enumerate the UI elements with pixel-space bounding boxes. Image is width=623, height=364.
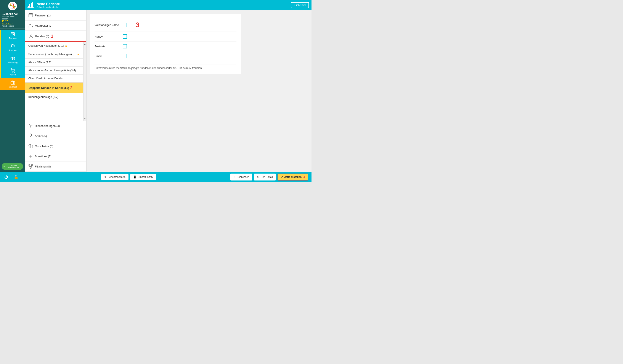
sidebar-item-marketing[interactable]: Marketing <box>0 54 25 66</box>
artikel-label: Artikel (5) <box>35 134 47 138</box>
per-email-label: Per E-Mail <box>261 176 273 179</box>
svg-point-24 <box>30 125 31 126</box>
menu-item-filialisten[interactable]: Filialisten (8) <box>25 162 86 172</box>
checkbox-festnetz[interactable] <box>123 44 127 48</box>
system-icons: ⏻ 🔒 ↓ <box>3 174 27 181</box>
sub-item-abos-verkaufte[interactable]: Abos - verkaufte und hinzugefügte (3.4) <box>25 67 83 75</box>
sub-item-geburtstage[interactable]: Kundengeburtstage (3.7) <box>25 93 83 101</box>
checkbox-name[interactable] <box>123 23 127 27</box>
scroll-down-btn[interactable]: ▼ <box>84 117 86 120</box>
step1-badge: 1 <box>51 34 53 39</box>
support-button[interactable]: ● Support kontaktieren <box>2 163 23 170</box>
menu-item-artikel[interactable]: Artikel (5) <box>25 131 86 141</box>
option-row-email: Email <box>94 51 236 61</box>
reports-subtitle: Schneller und einfacher <box>37 6 60 8</box>
sub-item-quellen[interactable]: Quellen von Neukunden (3.1) ★ <box>25 42 83 50</box>
klicke-hier-button[interactable]: Klicke hier <box>291 2 309 8</box>
menu-item-sonstiges[interactable]: Sonstiges (7) <box>25 151 86 162</box>
company-name: HAIRPORT CGN <box>2 13 23 16</box>
star-icon-0: ★ <box>65 44 67 48</box>
lock-button[interactable]: 🔒 <box>13 174 20 181</box>
jetzt-erstellen-button[interactable]: ✓ Jetzt erstellen 4 <box>278 174 308 181</box>
reports-icon <box>27 2 34 9</box>
umsatz-sms-button[interactable]: 📱 Umsatz-SMS <box>130 174 156 180</box>
reports-header: Neue Berichte Schneller und einfacher Kl… <box>25 0 312 10</box>
content-area: Finanzen (1) Mitarbeiter (2) <box>25 10 312 172</box>
svg-point-22 <box>31 24 32 25</box>
history-icon: ↺ <box>104 176 106 179</box>
option-row-festnetz: Festnetz <box>94 41 236 51</box>
svg-marker-9 <box>11 57 13 60</box>
kunden-label: Kunden <box>9 49 16 52</box>
sidebar-item-manager[interactable]: Manager <box>0 78 25 90</box>
bottom-left-buttons: ↺ Berichtehistorie 📱 Umsatz-SMS <box>101 174 156 180</box>
description-text: Listet vermeintlich mehrfach angelegte K… <box>94 64 236 70</box>
gutscheine-label: Gutscheine (6) <box>35 145 53 148</box>
bottom-bar: ⏻ 🔒 ↓ ↺ Berichtehistorie 📱 Umsatz-SMS ✕ … <box>0 172 312 182</box>
star-icon-1: ★ <box>77 53 80 56</box>
menu-item-finanzen[interactable]: Finanzen (1) <box>25 10 86 20</box>
step4-badge: 4 <box>303 176 305 179</box>
app-logo <box>8 2 17 10</box>
berichtehistorie-button[interactable]: ↺ Berichtehistorie <box>101 174 129 180</box>
umsatz-sms-label: Umsatz-SMS <box>137 176 153 179</box>
support-text: support <box>2 18 23 20</box>
sidebar-item-kasse[interactable]: Kasse <box>0 66 25 78</box>
main-content: Neue Berichte Schneller und einfacher Kl… <box>25 0 312 172</box>
sidebar-item-termine[interactable]: Termine <box>0 30 25 42</box>
checkbox-email[interactable] <box>123 54 127 58</box>
menu-item-mitarbeiter[interactable]: Mitarbeiter (2) <box>25 20 86 31</box>
calendar-icon <box>10 32 15 37</box>
power-button[interactable]: ⏻ <box>3 174 9 181</box>
checkbox-handy[interactable] <box>123 34 127 39</box>
credit-account-label: Client Credit Account Details <box>28 77 63 80</box>
filialisten-label: Filialisten (8) <box>35 165 51 168</box>
sub-item-credit-account[interactable]: Client Credit Account Details <box>25 75 83 82</box>
bottom-right-buttons: ✕ Schliessen ⏱ Per E-Mail ✓ Jetzt erstel… <box>230 174 308 181</box>
svg-rect-6 <box>13 34 14 35</box>
option-label-festnetz: Festnetz <box>94 45 123 48</box>
reports-title: Neue Berichte <box>37 2 60 6</box>
svg-point-10 <box>12 72 12 72</box>
menu-item-dienstleistungen[interactable]: Dienstleistungen (4) <box>25 121 86 131</box>
menu-item-gutscheine[interactable]: Gutscheine (6) <box>25 141 86 151</box>
per-email-button[interactable]: ⏱ Per E-Mail <box>254 174 276 181</box>
option-label-email: Email <box>94 55 123 58</box>
sms-icon: 📱 <box>133 176 136 179</box>
svg-point-7 <box>11 44 13 46</box>
close-icon: ✕ <box>233 176 236 179</box>
sub-item-abos-offene[interactable]: Abos - Offene (3.3) <box>25 59 83 67</box>
chart-icon <box>27 2 34 8</box>
sub-item-doppelte[interactable]: Doppelte Kunden in Kartei (3.6) 2 <box>25 82 83 93</box>
superkunden-label: Superkunden ( nach Empfehlungen) (... <box>28 53 76 56</box>
svg-rect-1 <box>11 33 15 36</box>
user-info: HAIRPORT CGN Account: 13852 support 15:1… <box>0 12 25 29</box>
svg-rect-14 <box>29 4 30 8</box>
menu-panel: Finanzen (1) Mitarbeiter (2) <box>25 10 87 172</box>
scroll-up-btn[interactable]: ▲ <box>84 42 86 46</box>
sidebar-item-kunden[interactable]: Kunden <box>0 42 25 54</box>
articles-icon <box>28 134 33 138</box>
svg-rect-13 <box>28 6 29 8</box>
check-icon: ✓ <box>281 176 283 179</box>
marketing-label: Marketing <box>8 61 18 64</box>
option-label-handy: Handy <box>94 35 123 38</box>
misc-icon <box>28 154 33 159</box>
quellen-label: Quellen von Neukunden (3.1) <box>28 44 64 47</box>
sub-item-superkunden[interactable]: Superkunden ( nach Empfehlungen) (... ★ <box>25 50 83 59</box>
option-row-name: Vollständiger Name 3 <box>94 18 236 32</box>
support-btn-label: Support kontaktieren <box>5 164 22 169</box>
megaphone-icon <box>10 56 15 61</box>
download-button[interactable]: ↓ <box>23 174 27 181</box>
doppelte-label: Doppelte Kunden in Kartei (3.6) <box>29 86 69 89</box>
vouchers-icon <box>28 144 33 148</box>
schliessen-button[interactable]: ✕ Schliessen <box>230 174 252 181</box>
branches-icon <box>28 164 33 169</box>
briefcase-icon <box>10 80 15 85</box>
sidebar-nav: Termine Kunden Marketing <box>0 29 25 161</box>
menu-item-kunden[interactable]: Kunden (3) 1 <box>25 31 86 42</box>
sub-items-container: Quellen von Neukunden (3.1) ★ Superkunde… <box>25 42 86 121</box>
svg-rect-29 <box>32 164 33 166</box>
finance-icon <box>28 13 33 18</box>
svg-point-8 <box>13 45 15 46</box>
